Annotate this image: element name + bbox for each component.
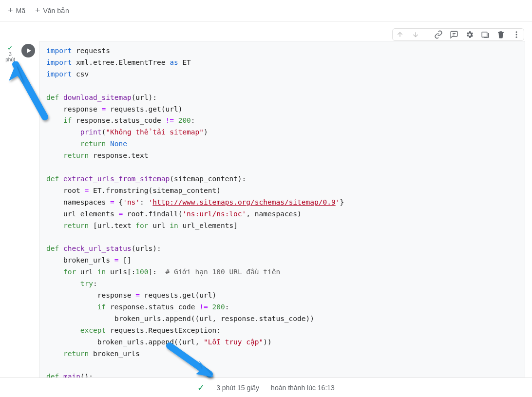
gear-icon[interactable] [465,30,474,39]
trash-icon[interactable] [496,30,505,39]
comment-icon[interactable] [450,30,458,39]
sidebar-time-1: 3 [9,52,12,57]
more-icon[interactable] [512,30,521,39]
plus-icon: + [8,5,13,16]
annotation-arrow [7,61,56,125]
add-code-label: Mã [16,7,25,15]
add-text-label: Văn bản [43,7,69,15]
code-container[interactable]: import requests import xml.etree.Element… [39,41,525,387]
svg-rect-0 [482,32,487,38]
top-toolbar: + Mã + Văn bản [0,0,532,21]
completion-time: hoàn thành lúc 16:13 [271,384,335,392]
move-down-icon[interactable] [411,30,420,39]
cell-toolbar [392,28,524,41]
separator [427,30,427,39]
annotation-arrow [165,341,223,385]
move-up-icon[interactable] [396,30,404,39]
link-icon[interactable] [434,30,443,39]
code-block[interactable]: import requests import xml.etree.Element… [39,45,525,383]
play-icon [27,48,31,53]
svg-point-1 [516,31,517,33]
svg-point-3 [516,37,517,38]
code-cell: ✓ 3 phút import requests import xml.etre… [0,21,532,387]
plus-icon: + [35,5,40,16]
add-code-button[interactable]: + Mã [8,5,25,16]
run-button[interactable] [21,44,35,57]
mirror-icon[interactable] [481,30,490,39]
check-icon: ✓ [7,44,13,52]
svg-point-2 [516,34,517,36]
status-bar: ✓ 3 phút 15 giây hoàn thành lúc 16:13 [0,378,532,397]
add-text-button[interactable]: + Văn bản [35,5,69,16]
